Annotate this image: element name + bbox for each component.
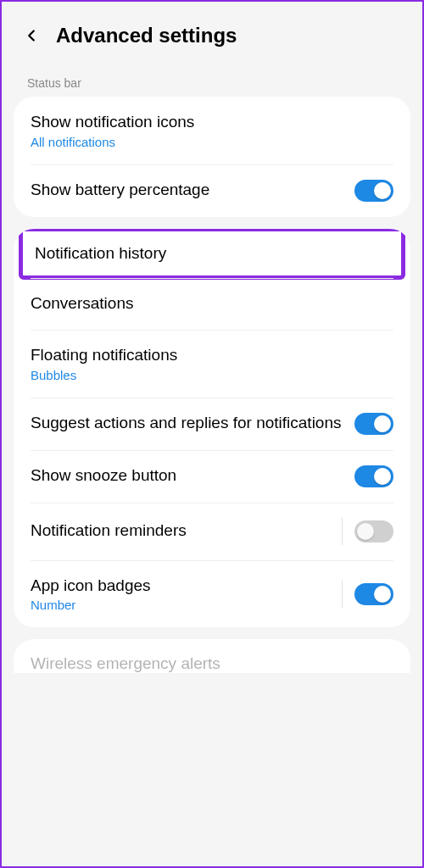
row-title: Conversations (31, 293, 383, 314)
row-title: Suggest actions and replies for notifica… (31, 413, 344, 434)
row-subtitle: All notifications (31, 135, 383, 149)
row-wireless-emergency[interactable]: Wireless emergency alerts (14, 639, 410, 673)
row-show-snooze[interactable]: Show snooze button (14, 450, 410, 503)
toggle-separator (342, 518, 343, 545)
toggle-notification-reminders[interactable] (354, 520, 393, 542)
card-statusbar: Show notification icons All notification… (14, 97, 410, 217)
row-show-notification-icons[interactable]: Show notification icons All notification… (14, 97, 410, 164)
card-main: Notification history Conversations Float… (14, 229, 410, 628)
row-title: Show snooze button (31, 465, 344, 487)
back-icon[interactable] (22, 26, 41, 45)
row-notification-history[interactable]: Notification history (19, 229, 405, 281)
section-label-statusbar: Status bar (2, 64, 422, 97)
row-app-icon-badges[interactable]: App icon badges Number (14, 560, 410, 628)
row-subtitle: Bubbles (31, 368, 383, 382)
toggle-show-snooze[interactable] (354, 465, 393, 487)
toggle-battery-percentage[interactable] (354, 180, 393, 202)
row-subtitle: Number (31, 598, 320, 612)
toggle-suggest-actions[interactable] (354, 413, 393, 435)
row-title: App icon badges (31, 576, 320, 597)
header: Advanced settings (2, 10, 422, 64)
row-title: Show battery percentage (31, 180, 344, 201)
toggle-app-icon-badges[interactable] (354, 583, 393, 605)
row-title: Show notification icons (31, 112, 383, 133)
row-title: Wireless emergency alerts (31, 654, 393, 673)
row-conversations[interactable]: Conversations (14, 278, 410, 330)
row-floating-notifications[interactable]: Floating notifications Bubbles (14, 330, 410, 398)
row-title: Floating notifications (31, 345, 383, 366)
row-title: Notification history (35, 243, 379, 264)
row-suggest-actions[interactable]: Suggest actions and replies for notifica… (14, 398, 410, 450)
page-title: Advanced settings (56, 24, 237, 47)
toggle-separator (342, 581, 343, 608)
row-notification-reminders[interactable]: Notification reminders (14, 503, 410, 560)
row-title: Notification reminders (31, 520, 320, 542)
row-show-battery-percentage[interactable]: Show battery percentage (14, 164, 410, 217)
